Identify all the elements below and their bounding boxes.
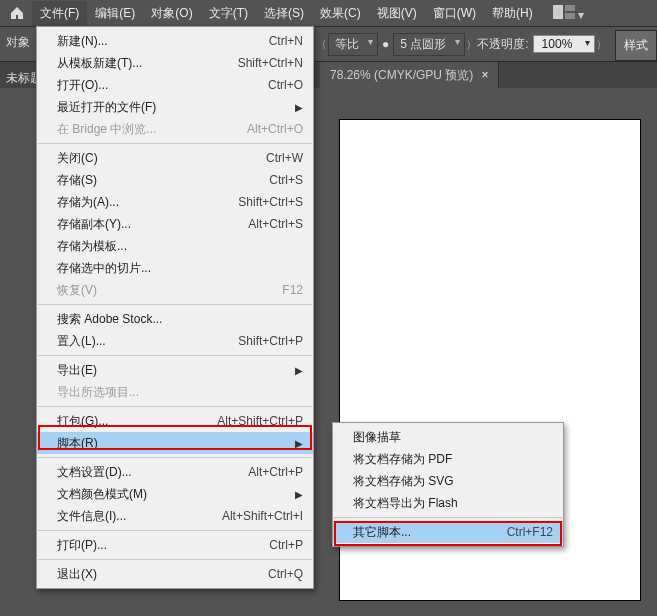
file-menu-item[interactable]: 存储为模板... [37,235,313,257]
document-tab-title: 78.26% (CMYK/GPU 预览) [330,67,473,84]
file-menu-item[interactable]: 文档设置(D)...Alt+Ctrl+P [37,461,313,483]
file-menu-item[interactable]: 文档颜色模式(M)▶ [37,483,313,505]
menu-item-label: 存储为模板... [57,238,303,255]
file-menu-item[interactable]: 置入(L)...Shift+Ctrl+P [37,330,313,352]
menu-item-label: 打印(P)... [57,537,257,554]
file-menu-item[interactable]: 退出(X)Ctrl+Q [37,563,313,585]
menu-item-label: 将文档存储为 SVG [353,473,553,490]
menu-file[interactable]: 文件(F) [32,1,87,26]
menu-item-shortcut: Alt+Shift+Ctrl+P [217,414,303,428]
menu-item-shortcut: Ctrl+Q [268,567,303,581]
chev-icon[interactable]: ⟩ [465,39,473,50]
file-menu-item[interactable]: 脚本(R)▶ [37,432,313,454]
file-menu-item[interactable]: 打开(O)...Ctrl+O [37,74,313,96]
menu-item-label: 将文档存储为 PDF [353,451,553,468]
menu-item-label: 新建(N)... [57,33,257,50]
file-menu-item[interactable]: 存储副本(Y)...Alt+Ctrl+S [37,213,313,235]
menu-item-label: 将文档导出为 Flash [353,495,553,512]
menu-item-shortcut: Ctrl+O [268,78,303,92]
chev-icon[interactable]: ⟨ [320,39,328,50]
menu-item-shortcut: Ctrl+N [269,34,303,48]
menu-item-label: 存储选中的切片... [57,260,303,277]
menu-item-label: 关闭(C) [57,150,254,167]
toolbar-left-label: 对象 [0,30,36,55]
menu-item-label: 文档设置(D)... [57,464,236,481]
menu-item-label: 文件信息(I)... [57,508,210,525]
opacity-input[interactable]: 100% [533,35,596,53]
menu-object[interactable]: 对象(O) [143,1,200,26]
menu-item-label: 打包(G)... [57,413,205,430]
home-icon[interactable] [8,4,26,22]
menu-item-label: 退出(X) [57,566,256,583]
menu-item-shortcut: Alt+Ctrl+O [247,122,303,136]
scripts-submenu: 图像描草将文档存储为 PDF将文档存储为 SVG将文档导出为 Flash其它脚本… [332,422,564,547]
menu-help[interactable]: 帮助(H) [484,1,541,26]
close-icon[interactable]: × [481,68,488,82]
menu-type[interactable]: 文字(T) [201,1,256,26]
file-menu-item[interactable]: 从模板新建(T)...Shift+Ctrl+N [37,52,313,74]
file-menu-item[interactable]: 存储为(A)...Shift+Ctrl+S [37,191,313,213]
menubar: 文件(F) 编辑(E) 对象(O) 文字(T) 选择(S) 效果(C) 视图(V… [0,0,657,26]
submenu-arrow-icon: ▶ [295,489,303,500]
menu-item-label: 存储副本(Y)... [57,216,236,233]
menu-item-shortcut: Alt+Shift+Ctrl+I [222,509,303,523]
file-menu-item[interactable]: 导出(E)▶ [37,359,313,381]
file-menu-item: 在 Bridge 中浏览...Alt+Ctrl+O [37,118,313,140]
file-menu-item[interactable]: 存储(S)Ctrl+S [37,169,313,191]
menu-separator [38,559,312,560]
chev-icon[interactable]: ⟩ [595,39,603,50]
svg-rect-2 [565,13,575,19]
menu-edit[interactable]: 编辑(E) [87,1,143,26]
file-menu-item[interactable]: 存储选中的切片... [37,257,313,279]
menu-separator [38,530,312,531]
menu-separator [334,517,562,518]
file-menu-item[interactable]: 打印(P)...Ctrl+P [37,534,313,556]
uniform-dropdown[interactable]: 等比 [328,33,378,56]
file-menu-item[interactable]: 关闭(C)Ctrl+W [37,147,313,169]
menu-item-shortcut: Ctrl+P [269,538,303,552]
document-tab[interactable]: 78.26% (CMYK/GPU 预览) × [320,62,499,88]
menu-item-shortcut: Shift+Ctrl+S [238,195,303,209]
scripts-submenu-item[interactable]: 将文档导出为 Flash [333,492,563,514]
menu-select[interactable]: 选择(S) [256,1,312,26]
arrange-documents-icon[interactable]: ▾ [547,1,590,26]
scripts-submenu-item[interactable]: 图像描草 [333,426,563,448]
menu-item-label: 最近打开的文件(F) [57,99,291,116]
file-menu-dropdown: 新建(N)...Ctrl+N从模板新建(T)...Shift+Ctrl+N打开(… [36,26,314,589]
menu-item-label: 其它脚本... [353,524,495,541]
menu-item-label: 图像描草 [353,429,553,446]
menu-item-label: 文档颜色模式(M) [57,486,291,503]
menu-view[interactable]: 视图(V) [369,1,425,26]
menu-separator [38,143,312,144]
stroke-profile-dropdown[interactable]: 5 点圆形 [393,33,465,56]
scripts-submenu-item[interactable]: 其它脚本...Ctrl+F12 [333,521,563,543]
file-menu-item: 恢复(V)F12 [37,279,313,301]
menu-item-shortcut: Ctrl+S [269,173,303,187]
svg-rect-0 [553,5,563,19]
scripts-submenu-item[interactable]: 将文档存储为 PDF [333,448,563,470]
menu-item-shortcut: Alt+Ctrl+S [248,217,303,231]
file-menu-item[interactable]: 打包(G)...Alt+Shift+Ctrl+P [37,410,313,432]
stroke-bullet: ● [382,37,389,51]
menu-item-label: 置入(L)... [57,333,226,350]
menu-separator [38,457,312,458]
file-menu-item[interactable]: 搜索 Adobe Stock... [37,308,313,330]
menu-item-shortcut: Ctrl+F12 [507,525,553,539]
menu-item-shortcut: Ctrl+W [266,151,303,165]
menu-item-label: 恢复(V) [57,282,270,299]
file-menu-item[interactable]: 文件信息(I)...Alt+Shift+Ctrl+I [37,505,313,527]
scripts-submenu-item[interactable]: 将文档存储为 SVG [333,470,563,492]
menu-separator [38,406,312,407]
menu-item-label: 打开(O)... [57,77,256,94]
menu-window[interactable]: 窗口(W) [425,1,484,26]
menu-separator [38,355,312,356]
menu-effect[interactable]: 效果(C) [312,1,369,26]
menu-item-label: 导出所选项目... [57,384,303,401]
style-button[interactable]: 样式 [615,30,657,61]
submenu-arrow-icon: ▶ [295,438,303,449]
menu-separator [38,304,312,305]
menu-item-shortcut: Shift+Ctrl+N [238,56,303,70]
file-menu-item[interactable]: 最近打开的文件(F)▶ [37,96,313,118]
file-menu-item[interactable]: 新建(N)...Ctrl+N [37,30,313,52]
menu-item-shortcut: F12 [282,283,303,297]
